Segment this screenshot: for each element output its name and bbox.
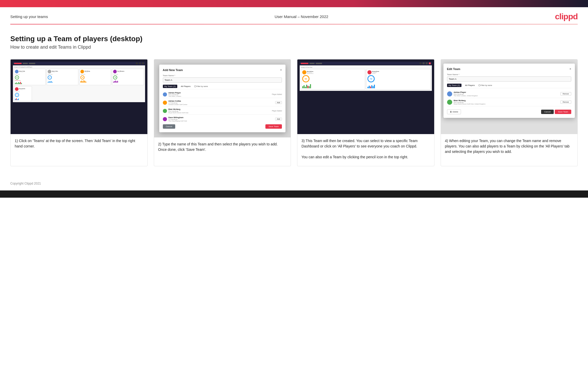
player-name: Blair McHarg bbox=[454, 99, 559, 102]
add-player-button[interactable]: Add bbox=[275, 101, 282, 104]
edit-team-name-label: Team Name * bbox=[447, 73, 572, 76]
filter-by-name[interactable]: Filter by name bbox=[194, 85, 208, 87]
player-info: Adrian Coliba 1.5 HandicapCentral London… bbox=[169, 100, 274, 105]
filter-by-name-edit[interactable]: Filter by name bbox=[478, 84, 492, 86]
avatar bbox=[163, 109, 167, 113]
tab-my-team-edit[interactable]: My Team (2) bbox=[447, 84, 461, 87]
save-team-button[interactable]: Save Team bbox=[265, 124, 282, 129]
main-content: Setting up a Team of players (desktop) H… bbox=[0, 24, 588, 171]
edit-modal-tabs: My Team (2) All Players Filter by name bbox=[447, 84, 572, 88]
tab-all-players[interactable]: All Players bbox=[179, 85, 192, 88]
edit-modal-footer: 🗑 Delete Cancel Save Team bbox=[447, 109, 572, 114]
footer-actions: Cancel Save Team bbox=[541, 110, 571, 114]
step-3-text: 3) This Team will then be created. You c… bbox=[297, 134, 434, 166]
delete-button[interactable]: 🗑 Delete bbox=[447, 109, 461, 114]
modal-footer: Cancel Save Team bbox=[163, 124, 282, 129]
player-detail: Plus HandicapThe Shire London, United Ki… bbox=[454, 93, 559, 97]
modal-close-icon[interactable]: × bbox=[280, 68, 282, 72]
edit-modal-title: Edit Team bbox=[447, 67, 460, 71]
player-status: Player Added bbox=[272, 93, 282, 95]
list-item: Dave Billingham 3.5 HandicapThe Oxig May… bbox=[163, 116, 282, 122]
header-manual-title: User Manual – November 2022 bbox=[275, 14, 328, 19]
team-name-label: Team Name * bbox=[163, 74, 282, 77]
avatar bbox=[163, 101, 167, 105]
player-list: Adrian Player Plus HandicapThe Shire, Lo… bbox=[163, 91, 282, 122]
player-detail: 1.5 HandicapCentral London Golf Centre bbox=[169, 102, 274, 105]
step-2-text: 2) Type the name of this Team and then s… bbox=[154, 137, 291, 166]
step-card-3: ✎ Finding 2 of 2 from Team Blair Mc bbox=[297, 59, 434, 166]
avatar bbox=[447, 100, 452, 105]
edit-modal-close-icon[interactable]: × bbox=[569, 67, 571, 71]
edit-team-name-input[interactable]: Team A bbox=[447, 76, 572, 82]
list-item: Blair McHarg Plus HandicapRoyal North De… bbox=[163, 107, 282, 115]
player-name: Adrian Player bbox=[169, 92, 271, 94]
add-player-button[interactable]: Add bbox=[275, 118, 282, 120]
remove-player-button[interactable]: Remove bbox=[560, 100, 571, 104]
add-team-modal: Add New Team × Team Name * Team A My Tea… bbox=[159, 65, 286, 132]
avatar bbox=[447, 91, 452, 97]
player-info: Adrian Player Plus HandicapThe Shire, Lo… bbox=[169, 92, 271, 97]
copyright: Copyright Clippd 2021 bbox=[10, 182, 41, 185]
player-name: Dave Billingham bbox=[169, 116, 274, 119]
clippd-logo: clippd bbox=[555, 12, 578, 21]
modal-title: Add New Team bbox=[163, 68, 183, 72]
player-detail: Plus HandicapRoyal North Devon Golf Club bbox=[169, 110, 271, 113]
bottom-bar bbox=[0, 190, 588, 198]
list-item: Adrian Coliba 1.5 HandicapCentral London… bbox=[163, 99, 282, 106]
step-1-text: 1) Click on 'Teams' at the top of the sc… bbox=[11, 134, 147, 166]
steps-grid: Finding 5 of 5 displayed from All Player… bbox=[10, 59, 578, 166]
page-subtitle: How to create and edit Teams in Clippd bbox=[10, 45, 578, 50]
cancel-button[interactable]: Cancel bbox=[541, 110, 554, 114]
player-info: Adrian Player Plus HandicapThe Shire Lon… bbox=[454, 91, 559, 97]
tab-all-players-edit[interactable]: All Players bbox=[464, 84, 476, 87]
step-1-screenshot: Finding 5 of 5 displayed from All Player… bbox=[11, 59, 147, 134]
step-card-4: Edit Team × Team Name * Team A My Team (… bbox=[441, 59, 578, 166]
player-name: Adrian Coliba bbox=[169, 100, 274, 102]
step-3-screenshot: ✎ Finding 2 of 2 from Team Blair Mc bbox=[297, 59, 434, 134]
list-item: Adrian Player Plus HandicapThe Shire Lon… bbox=[447, 90, 572, 98]
top-bar bbox=[0, 0, 588, 7]
header-section-label: Setting up your teams bbox=[10, 14, 48, 19]
avatar bbox=[163, 92, 167, 97]
list-item: Adrian Player Plus HandicapThe Shire, Lo… bbox=[163, 91, 282, 98]
step-card-1: Finding 5 of 5 displayed from All Player… bbox=[10, 59, 148, 166]
player-info: Blair McHarg Plus HandicapRoyal North De… bbox=[454, 99, 559, 105]
player-detail: 3.5 HandicapThe Oxig Mayjng Golf Club bbox=[169, 119, 274, 122]
step-4-screenshot: Edit Team × Team Name * Team A My Team (… bbox=[441, 59, 578, 134]
player-name: Blair McHarg bbox=[169, 108, 271, 110]
player-status: Player Added bbox=[272, 110, 282, 112]
tab-my-team[interactable]: My Team (2) bbox=[163, 85, 177, 88]
step-4-text: 4) When editing your Team, you can chang… bbox=[441, 134, 578, 166]
header: Setting up your teams User Manual – Nove… bbox=[0, 7, 588, 24]
player-info: Blair McHarg Plus HandicapRoyal North De… bbox=[169, 108, 271, 113]
step-2-screenshot: Add New Team × Team Name * Team A My Tea… bbox=[154, 59, 291, 137]
list-item: Blair McHarg Plus HandicapRoyal North De… bbox=[447, 98, 572, 106]
save-team-button[interactable]: Save Team bbox=[555, 110, 571, 114]
page-title: Setting up a Team of players (desktop) bbox=[10, 35, 578, 43]
modal-tabs: My Team (2) All Players Filter by name bbox=[163, 85, 282, 89]
team-name-input[interactable]: Team A bbox=[163, 77, 282, 83]
edit-team-modal: Edit Team × Team Name * Team A My Team (… bbox=[443, 64, 575, 118]
step-card-2: Add New Team × Team Name * Team A My Tea… bbox=[154, 59, 291, 166]
cancel-button[interactable]: Cancel bbox=[163, 124, 175, 129]
remove-player-button[interactable]: Remove bbox=[560, 92, 571, 95]
player-name: Adrian Player bbox=[454, 91, 559, 93]
avatar bbox=[163, 117, 167, 121]
player-info: Dave Billingham 3.5 HandicapThe Oxig May… bbox=[169, 116, 274, 122]
player-detail: Plus HandicapThe Shire, London bbox=[169, 94, 271, 97]
trash-icon: 🗑 bbox=[450, 111, 452, 113]
footer: Copyright Clippd 2021 bbox=[0, 177, 588, 190]
player-detail: Plus HandicapRoyal North Devon Golf Club… bbox=[454, 102, 559, 105]
